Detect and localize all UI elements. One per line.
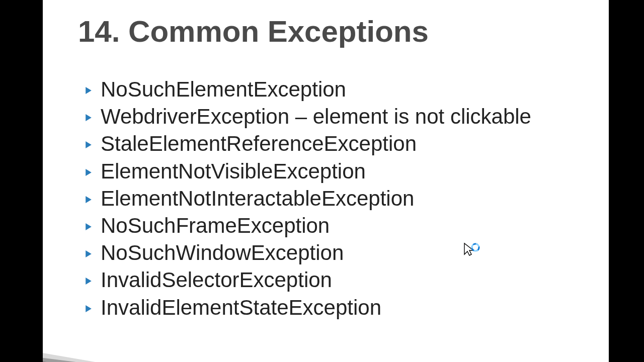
list-item: NoSuchWindowException xyxy=(86,241,531,264)
list-item: InvalidElementStateException xyxy=(86,296,531,319)
list-item: ElementNotVisibleException xyxy=(86,160,531,183)
list-item: InvalidSelectorException xyxy=(86,268,531,292)
bullet-text: InvalidElementStateException xyxy=(101,296,381,319)
slide-title: 14. Common Exceptions xyxy=(78,14,429,49)
svg-marker-2 xyxy=(86,141,92,148)
svg-marker-10 xyxy=(43,357,100,362)
list-item: StaleElementReferenceException xyxy=(86,132,531,155)
bullet-triangle-icon xyxy=(86,196,92,203)
bullet-triangle-icon xyxy=(86,141,92,148)
bullet-triangle-icon xyxy=(86,250,92,257)
list-item: WebdriverException – element is not clic… xyxy=(86,105,531,128)
bullet-text: NoSuchFrameException xyxy=(101,214,330,237)
bullet-triangle-icon xyxy=(86,87,92,94)
bullet-list: NoSuchElementException WebdriverExceptio… xyxy=(86,78,531,323)
presentation-slide: 14. Common Exceptions NoSuchElementExcep… xyxy=(43,0,609,362)
decorative-corner xyxy=(43,337,125,362)
svg-marker-3 xyxy=(86,169,92,176)
svg-marker-7 xyxy=(86,278,92,285)
svg-marker-9 xyxy=(43,352,113,362)
bullet-triangle-icon xyxy=(86,223,92,230)
svg-marker-1 xyxy=(86,114,92,121)
svg-marker-4 xyxy=(86,196,92,203)
stage: 14. Common Exceptions NoSuchElementExcep… xyxy=(0,0,644,362)
bullet-text: NoSuchElementException xyxy=(101,78,346,101)
list-item: NoSuchFrameException xyxy=(86,214,531,237)
bullet-text: ElementNotVisibleException xyxy=(101,160,366,183)
bullet-text: InvalidSelectorException xyxy=(101,268,332,292)
svg-marker-8 xyxy=(86,305,92,312)
svg-marker-6 xyxy=(86,250,92,257)
svg-marker-5 xyxy=(86,223,92,230)
list-item: ElementNotInteractableException xyxy=(86,187,531,210)
bullet-triangle-icon xyxy=(86,169,92,176)
list-item: NoSuchElementException xyxy=(86,78,531,101)
bullet-triangle-icon xyxy=(86,305,92,312)
bullet-text: ElementNotInteractableException xyxy=(101,187,414,210)
bullet-triangle-icon xyxy=(86,278,92,285)
bullet-triangle-icon xyxy=(86,114,92,121)
bullet-text: WebdriverException – element is not clic… xyxy=(101,105,531,128)
bullet-text: StaleElementReferenceException xyxy=(101,132,417,155)
bullet-text: NoSuchWindowException xyxy=(101,241,344,264)
svg-marker-0 xyxy=(86,87,92,94)
